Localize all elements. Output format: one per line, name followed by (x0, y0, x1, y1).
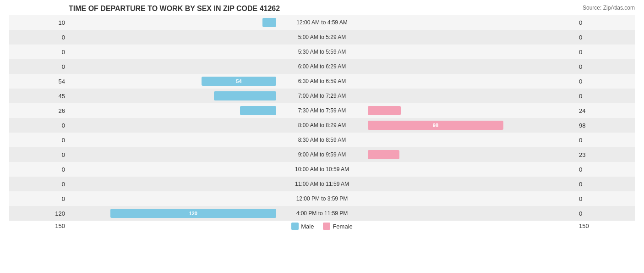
female-value: 0 (575, 181, 635, 188)
row-label: 7:00 AM to 7:29 AM (276, 93, 368, 99)
legend: Male Female (69, 223, 575, 230)
row-label: 11:00 AM to 11:59 AM (276, 181, 368, 187)
row-label: 6:30 AM to 6:59 AM (276, 78, 368, 84)
table-row: 010:00 AM to 10:59 AM0 (9, 162, 635, 177)
male-bar (214, 91, 276, 100)
legend-male-label: Male (301, 223, 314, 230)
male-bar (262, 18, 276, 27)
female-value: 0 (575, 137, 635, 144)
female-bar: 98 (368, 121, 503, 130)
row-label: 4:00 PM to 11:59 PM (276, 210, 368, 217)
female-value: 0 (575, 19, 635, 26)
female-value: 24 (575, 107, 635, 114)
row-label: 9:00 AM to 9:59 AM (276, 151, 368, 158)
table-row: 012:00 PM to 3:59 PM0 (9, 191, 635, 206)
female-value: 0 (575, 63, 635, 70)
female-value: 98 (575, 122, 635, 129)
table-row: 457:00 AM to 7:29 AM0 (9, 89, 635, 103)
row-label: 8:30 AM to 8:59 AM (276, 137, 368, 143)
female-value: 0 (575, 49, 635, 56)
row-label: 7:30 AM to 7:59 AM (276, 107, 368, 114)
table-row: 08:00 AM to 8:29 AM9898 (9, 118, 635, 133)
male-value: 0 (9, 181, 69, 188)
table-row: 06:00 AM to 6:29 AM0 (9, 59, 635, 74)
table-row: 1012:00 AM to 4:59 AM0 (9, 15, 635, 30)
male-value: 54 (9, 78, 69, 85)
axis-left-label: 150 (9, 223, 69, 230)
table-row: 09:00 AM to 9:59 AM23 (9, 147, 635, 162)
table-row: 05:30 AM to 5:59 AM0 (9, 45, 635, 59)
female-value: 0 (575, 34, 635, 41)
row-label: 5:30 AM to 5:59 AM (276, 49, 368, 55)
male-value: 0 (9, 151, 69, 158)
row-label: 12:00 AM to 4:59 AM (276, 19, 368, 26)
table-row: 54546:30 AM to 6:59 AM0 (9, 74, 635, 89)
male-value: 0 (9, 137, 69, 144)
male-value: 45 (9, 93, 69, 100)
row-label: 8:00 AM to 8:29 AM (276, 122, 368, 128)
female-value: 0 (575, 210, 635, 217)
legend-female-label: Female (333, 223, 352, 230)
male-value: 0 (9, 195, 69, 202)
axis-right-label: 150 (575, 223, 635, 230)
axis-row: 150 Male Female 150 (9, 223, 635, 230)
table-row: 05:00 AM to 5:29 AM0 (9, 30, 635, 45)
female-value: 23 (575, 151, 635, 158)
row-label: 12:00 PM to 3:59 PM (276, 195, 368, 202)
row-label: 5:00 AM to 5:29 AM (276, 34, 368, 40)
legend-male: Male (291, 223, 314, 230)
row-label: 10:00 AM to 10:59 AM (276, 166, 368, 173)
row-label: 6:00 AM to 6:29 AM (276, 63, 368, 70)
male-bar: 54 (202, 77, 276, 86)
table-row: 011:00 AM to 11:59 AM0 (9, 177, 635, 191)
female-value: 0 (575, 166, 635, 173)
male-value: 0 (9, 34, 69, 41)
male-value: 120 (9, 210, 69, 217)
chart-area: 1012:00 AM to 4:59 AM005:00 AM to 5:29 A… (9, 15, 635, 221)
female-value: 0 (575, 78, 635, 85)
male-bar (240, 106, 276, 115)
female-bar (368, 106, 401, 115)
table-row: 08:30 AM to 8:59 AM0 (9, 133, 635, 147)
male-value: 0 (9, 122, 69, 129)
female-value: 0 (575, 93, 635, 100)
chart-title: TIME OF DEPARTURE TO WORK BY SEX IN ZIP … (9, 5, 635, 13)
source-label: Source: ZipAtlas.com (583, 5, 635, 11)
female-bar (368, 150, 399, 159)
male-value: 0 (9, 49, 69, 56)
female-value: 0 (575, 195, 635, 202)
table-row: 1201204:00 PM to 11:59 PM0 (9, 206, 635, 221)
legend-male-box (291, 223, 299, 230)
male-value: 0 (9, 63, 69, 70)
male-value: 10 (9, 19, 69, 26)
male-bar: 120 (110, 209, 276, 218)
legend-female: Female (323, 223, 352, 230)
chart-container: TIME OF DEPARTURE TO WORK BY SEX IN ZIP … (0, 0, 644, 273)
male-value: 0 (9, 166, 69, 173)
male-value: 26 (9, 107, 69, 114)
table-row: 267:30 AM to 7:59 AM24 (9, 103, 635, 118)
legend-female-box (323, 223, 330, 230)
